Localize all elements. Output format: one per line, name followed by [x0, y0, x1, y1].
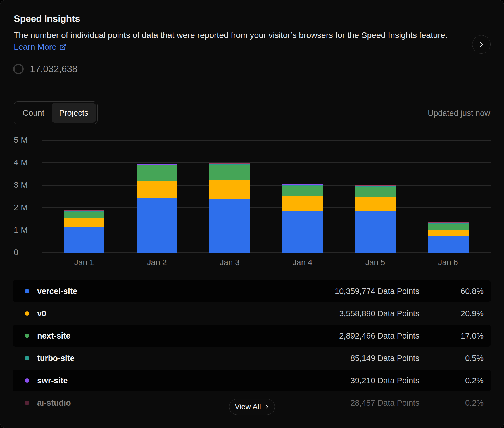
- project-data-points: 2,892,466 Data Points: [339, 331, 419, 341]
- legend-row[interactable]: v0 3,558,890 Data Points 20.9%: [13, 303, 491, 324]
- x-axis-label: Jan 1: [62, 258, 106, 267]
- x-axis-label: Jan 2: [135, 258, 179, 267]
- project-data-points: 28,457 Data Points: [350, 398, 419, 408]
- bar-segment-v0[interactable]: [355, 197, 396, 211]
- project-color-dot: [25, 289, 29, 293]
- project-data-points: 39,210 Data Points: [350, 376, 419, 385]
- project-name: vercel-site: [37, 287, 77, 296]
- bar-segment-v0[interactable]: [137, 181, 177, 198]
- x-axis-label: Jan 6: [426, 258, 470, 267]
- project-name: turbo-site: [37, 354, 75, 363]
- project-data-points: 3,558,890 Data Points: [339, 309, 419, 318]
- bar-segment-vercel-site[interactable]: [428, 236, 469, 252]
- bar-segment-v0[interactable]: [209, 180, 250, 199]
- y-axis-tick-label: 4 M: [14, 158, 28, 167]
- project-share-percent: 0.5%: [419, 354, 484, 363]
- page-title: Speed Insights: [14, 13, 80, 24]
- gridline: [42, 162, 491, 163]
- learn-more-label: Learn More: [14, 42, 56, 52]
- chevron-right-icon: [478, 41, 485, 48]
- bar-jan-4[interactable]: [282, 184, 323, 253]
- project-data-points: 10,359,774 Data Points: [335, 287, 419, 296]
- tab-projects[interactable]: Projects: [52, 103, 96, 123]
- y-axis-tick-label: 2 M: [14, 203, 28, 212]
- speed-insights-card: Speed Insights The number of individual …: [0, 0, 504, 428]
- bar-segment-vercel-site[interactable]: [137, 198, 177, 253]
- bar-jan-3[interactable]: [209, 163, 250, 253]
- external-link-icon: [59, 43, 66, 51]
- bar-segment-next-site[interactable]: [209, 165, 250, 180]
- project-color-dot: [25, 334, 29, 338]
- view-all-button[interactable]: View All: [229, 399, 275, 415]
- bar-segment-vercel-site[interactable]: [209, 199, 250, 253]
- project-share-percent: 0.2%: [419, 398, 484, 408]
- bar-segment-next-site[interactable]: [355, 187, 396, 197]
- bar-jan-5[interactable]: [355, 185, 396, 253]
- project-color-dot: [25, 378, 29, 383]
- gridline: [42, 140, 491, 141]
- bar-segment-next-site[interactable]: [64, 212, 104, 219]
- y-axis-tick-label: 3 M: [14, 180, 28, 190]
- x-axis-label: Jan 4: [280, 258, 325, 267]
- legend-row[interactable]: next-site 2,892,466 Data Points 17.0%: [13, 325, 491, 347]
- project-color-dot: [25, 401, 29, 405]
- y-axis-tick-label: 5 M: [14, 135, 28, 145]
- total-count-row: 17,032,638: [13, 63, 77, 74]
- bar-segment-next-site[interactable]: [282, 186, 323, 196]
- bar-segment-v0[interactable]: [428, 230, 469, 236]
- total-count-value: 17,032,638: [30, 63, 77, 74]
- bar-segment-vercel-site[interactable]: [355, 211, 396, 253]
- legend-row[interactable]: swr-site 39,210 Data Points 0.2%: [13, 370, 491, 391]
- count-ring-icon: [13, 64, 24, 74]
- project-data-points: 85,149 Data Points: [350, 354, 419, 363]
- y-axis-tick-label: 0: [14, 248, 18, 257]
- legend-row[interactable]: vercel-site 10,359,774 Data Points 60.8%: [13, 280, 491, 302]
- bar-jan-6[interactable]: [428, 222, 469, 253]
- project-name: next-site: [37, 331, 70, 341]
- project-name: ai-studio: [37, 398, 71, 408]
- bar-segment-next-site[interactable]: [428, 224, 469, 230]
- gridline: [42, 207, 491, 208]
- project-color-dot: [25, 311, 29, 316]
- view-mode-toggle: Count Projects: [14, 101, 98, 124]
- x-axis-label: Jan 5: [353, 258, 398, 267]
- gridline: [42, 252, 491, 253]
- bar-segment-v0[interactable]: [64, 218, 104, 227]
- project-color-dot: [25, 356, 29, 360]
- bar-jan-1[interactable]: [64, 210, 104, 253]
- project-share-percent: 17.0%: [419, 331, 484, 341]
- bar-jan-2[interactable]: [137, 164, 177, 253]
- y-axis-tick-label: 1 M: [14, 225, 28, 235]
- bar-segment-v0[interactable]: [282, 196, 323, 211]
- project-name: swr-site: [37, 376, 68, 385]
- x-axis-label: Jan 3: [207, 258, 252, 267]
- chevron-right-icon: [264, 404, 269, 409]
- gridline: [42, 185, 491, 186]
- view-all-label: View All: [235, 403, 261, 411]
- expand-panel-button[interactable]: [472, 35, 491, 54]
- project-share-percent: 20.9%: [419, 309, 484, 318]
- bar-segment-vercel-site[interactable]: [64, 227, 104, 253]
- description-text: The number of individual points of data …: [14, 30, 448, 40]
- bar-segment-vercel-site[interactable]: [282, 211, 323, 253]
- legend-row[interactable]: turbo-site 85,149 Data Points 0.5%: [13, 347, 491, 369]
- learn-more-link[interactable]: Learn More: [14, 42, 66, 52]
- gridline: [42, 230, 491, 230]
- updated-status: Updated just now: [428, 109, 490, 118]
- project-name: v0: [37, 309, 46, 318]
- header-divider: [0, 88, 504, 88]
- project-share-percent: 0.2%: [419, 376, 484, 385]
- bar-segment-next-site[interactable]: [137, 165, 177, 181]
- project-share-percent: 60.8%: [419, 287, 484, 296]
- tab-count[interactable]: Count: [15, 103, 52, 123]
- project-legend-list: vercel-site 10,359,774 Data Points 60.8%…: [13, 280, 491, 414]
